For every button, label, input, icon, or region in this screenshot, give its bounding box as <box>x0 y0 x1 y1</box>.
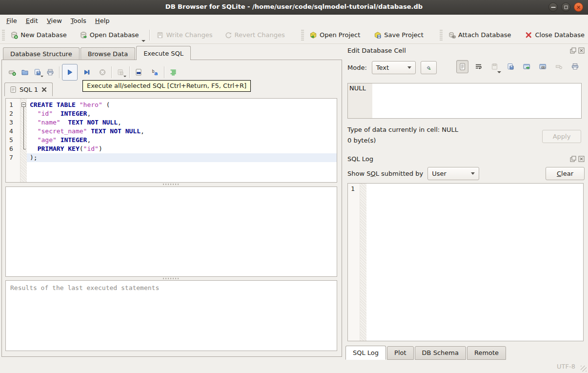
export-cell-data-button[interactable] <box>505 60 517 73</box>
sql-code-editor[interactable]: 1234567 CREATE TABLE "hero" ( "id" INTEG… <box>5 98 337 183</box>
auto-apply-button[interactable] <box>421 61 437 74</box>
menu-view[interactable]: View <box>42 16 66 26</box>
sql-log-dock-header[interactable]: SQL Log <box>347 154 585 164</box>
results-message-area[interactable]: Results of the last executed statements <box>5 280 337 351</box>
mode-combobox[interactable]: Text <box>372 61 416 74</box>
open-project-button[interactable]: Open Project <box>306 29 364 41</box>
menu-tools[interactable]: Tools <box>66 16 91 26</box>
close-tab-icon[interactable] <box>41 86 47 93</box>
menu-help[interactable]: Help <box>91 16 114 26</box>
close-dock-button[interactable] <box>578 155 585 162</box>
execute-all-button[interactable] <box>62 64 78 81</box>
splitter-handle-icon <box>163 184 180 185</box>
submitted-by-combobox[interactable]: User <box>427 167 479 180</box>
open-database-button[interactable]: Open Database <box>76 29 142 41</box>
new-database-button[interactable]: New Database <box>7 29 70 41</box>
fold-marker-icon[interactable] <box>21 103 26 107</box>
text-mode-button[interactable] <box>456 60 468 73</box>
sql-tab[interactable]: SQL 1 <box>4 83 53 96</box>
clear-log-button[interactable]: Clear <box>546 167 585 180</box>
menu-edit[interactable]: Edit <box>21 16 42 26</box>
toolbar-separator <box>149 30 150 41</box>
code-line[interactable]: PRIMARY KEY("id") <box>27 145 337 153</box>
new-tab-icon <box>8 68 16 76</box>
float-dock-button[interactable] <box>569 155 576 162</box>
float-dock-button[interactable] <box>569 47 576 54</box>
right-dock: Edit Database Cell Mode: <box>344 44 588 360</box>
sql-editor-toolbar: b a <box>6 63 180 81</box>
toolbar-drag-handle[interactable] <box>2 30 5 41</box>
code-line[interactable]: ); <box>27 153 337 162</box>
apply-cell-button[interactable] <box>521 60 533 73</box>
code-line[interactable]: CREATE TABLE "hero" ( <box>27 101 337 109</box>
tab-db-schema[interactable]: DB Schema <box>415 346 466 360</box>
find-button[interactable] <box>132 65 145 80</box>
tab-sql-log[interactable]: SQL Log <box>345 346 386 360</box>
encoding-label: UTF-8 <box>557 363 575 370</box>
print-sql-button[interactable] <box>44 65 57 80</box>
format-sql-button[interactable] <box>167 65 180 80</box>
tab-plot[interactable]: Plot <box>387 346 414 360</box>
link-cell-button[interactable] <box>537 60 549 73</box>
sql-document-icon <box>10 86 17 93</box>
save-project-button[interactable]: Save Project <box>370 29 427 41</box>
code-line[interactable]: "id" INTEGER, <box>27 109 337 118</box>
import-cell-data-button[interactable] <box>488 60 501 73</box>
tab-browse-data[interactable]: Browse Data <box>81 47 136 60</box>
maximize-button[interactable] <box>561 2 570 12</box>
print-cell-button[interactable] <box>569 60 581 73</box>
sql-log-view[interactable]: 1 <box>347 183 584 341</box>
editor-splitter[interactable] <box>5 183 337 186</box>
log-gutter: 1 <box>348 184 360 341</box>
revert-changes-button[interactable]: Revert Changes <box>221 29 288 41</box>
fold-gutter[interactable] <box>20 99 27 182</box>
word-wrap-button[interactable] <box>472 60 485 73</box>
tab-execute-sql[interactable]: Execute SQL <box>136 46 191 60</box>
open-sql-file-button[interactable] <box>19 65 31 80</box>
toolbar-drag-handle[interactable] <box>440 30 443 41</box>
stop-execution-button[interactable] <box>96 65 109 80</box>
close-database-button[interactable]: Close Database <box>521 29 588 41</box>
save-sql-file-button[interactable] <box>31 65 44 80</box>
write-changes-button[interactable]: Write Changes <box>153 29 216 41</box>
results-splitter[interactable] <box>5 277 337 280</box>
save-file-dropdown-caret[interactable] <box>41 76 43 77</box>
close-button[interactable]: ✕ <box>574 2 583 12</box>
mode-value: Text <box>376 64 389 71</box>
toolbar-drag-handle[interactable] <box>301 30 304 41</box>
attach-database-button[interactable]: Attach Database <box>445 29 514 41</box>
apply-button[interactable]: Apply <box>542 130 581 143</box>
minimize-button[interactable] <box>548 2 558 12</box>
save-results-dropdown-caret[interactable] <box>123 76 126 77</box>
cell-value-editor[interactable]: NULL <box>347 83 582 119</box>
results-table-area[interactable] <box>5 186 337 277</box>
edit-cell-dock-header[interactable]: Edit Database Cell <box>347 45 585 55</box>
resize-grip[interactable] <box>581 366 587 372</box>
new-database-icon <box>10 31 18 39</box>
save-results-button[interactable] <box>114 65 127 80</box>
code-line[interactable]: "secret_name" TEXT NOT NULL, <box>27 127 337 136</box>
app-window: DB Browser for SQLite - /home/user/code/… <box>0 0 588 373</box>
cell-size-info: 0 byte(s) <box>347 137 376 144</box>
titlebar: DB Browser for SQLite - /home/user/code/… <box>0 0 588 15</box>
execute-current-line-button[interactable] <box>81 65 93 80</box>
code-line[interactable]: "age" INTEGER, <box>27 136 337 145</box>
window-title: DB Browser for SQLite - /home/user/code/… <box>0 3 588 10</box>
open-database-dropdown-caret[interactable] <box>142 40 145 42</box>
close-dock-button[interactable] <box>578 47 585 54</box>
import-dropdown-caret[interactable] <box>497 71 501 73</box>
set-null-button[interactable] <box>553 60 565 73</box>
submitted-by-value: User <box>432 170 446 177</box>
print-icon <box>46 68 54 76</box>
new-sql-tab-button[interactable] <box>6 65 19 80</box>
word-wrap-icon <box>474 62 483 71</box>
code-lines[interactable]: CREATE TABLE "hero" ( "id" INTEGER, "nam… <box>27 99 337 182</box>
tab-remote[interactable]: Remote <box>467 346 506 360</box>
code-line[interactable]: "name" TEXT NOT NULL, <box>27 118 337 127</box>
autocomplete-button[interactable]: b a <box>149 65 162 80</box>
tab-database-structure[interactable]: Database Structure <box>3 47 80 60</box>
splitter-handle-icon <box>163 278 180 279</box>
cell-value: NULL <box>349 84 366 92</box>
menu-file[interactable]: File <box>2 16 21 26</box>
execute-tooltip: Execute all/selected SQL [Ctrl+Return, F… <box>82 80 251 92</box>
